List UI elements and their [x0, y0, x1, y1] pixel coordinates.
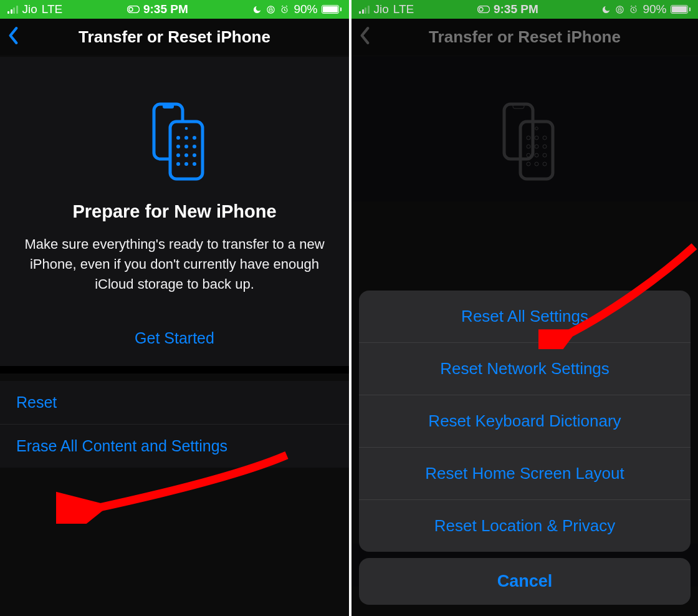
alarm-icon — [280, 5, 289, 14]
card-body: Make sure everything's ready to transfer… — [19, 234, 330, 294]
reset-network-settings[interactable]: Reset Network Settings — [359, 343, 691, 395]
get-started-link[interactable]: Get Started — [0, 329, 349, 366]
screenshot-right: Jio LTE 9:35 PM 90% Transfer or Reset iP… — [349, 0, 698, 616]
svg-point-10 — [193, 136, 196, 140]
svg-point-11 — [176, 145, 180, 148]
svg-point-17 — [176, 162, 180, 166]
reset-keyboard-dictionary[interactable]: Reset Keyboard Dictionary — [359, 395, 691, 448]
battery-icon — [322, 5, 342, 14]
action-sheet: Reset All Settings Reset Network Setting… — [359, 291, 691, 605]
svg-point-14 — [176, 153, 180, 157]
reset-all-settings[interactable]: Reset All Settings — [359, 291, 691, 343]
svg-point-9 — [184, 136, 188, 140]
transfer-iphone-icon — [140, 100, 209, 184]
vpn-icon — [127, 6, 140, 13]
svg-point-19 — [193, 162, 196, 166]
moon-icon — [252, 5, 262, 14]
battery-percent: 90% — [294, 2, 317, 16]
network-type: LTE — [42, 2, 62, 16]
screenshot-left: Jio LTE 9:35 PM 90% Transfer or Reset iP… — [0, 0, 349, 616]
erase-all-row[interactable]: Erase All Content and Settings — [0, 425, 349, 468]
svg-point-7 — [185, 127, 188, 130]
orientation-lock-icon — [266, 5, 275, 14]
status-bar: Jio LTE 9:35 PM 90% — [0, 0, 349, 19]
svg-rect-6 — [170, 122, 203, 179]
carrier-label: Jio — [22, 2, 37, 16]
reset-row[interactable]: Reset — [0, 381, 349, 425]
prepare-card: Prepare for New iPhone Make sure everyth… — [0, 57, 349, 366]
options-list: Reset Erase All Content and Settings — [0, 381, 349, 468]
reset-location-privacy[interactable]: Reset Location & Privacy — [359, 500, 691, 552]
back-button[interactable] — [7, 26, 20, 47]
cancel-button[interactable]: Cancel — [359, 558, 691, 605]
cell-signal-icon — [7, 5, 18, 14]
clock: 9:35 PM — [143, 2, 188, 16]
reset-home-screen-layout[interactable]: Reset Home Screen Layout — [359, 448, 691, 500]
nav-bar: Transfer or Reset iPhone — [0, 19, 349, 55]
svg-point-15 — [184, 153, 188, 157]
svg-point-13 — [193, 145, 196, 148]
svg-point-12 — [184, 145, 188, 148]
card-title: Prepare for New iPhone — [19, 201, 330, 222]
svg-point-8 — [176, 136, 180, 140]
svg-point-16 — [193, 153, 196, 157]
svg-rect-5 — [163, 104, 174, 108]
svg-point-18 — [184, 162, 188, 166]
page-title: Transfer or Reset iPhone — [79, 27, 270, 47]
svg-point-1 — [129, 7, 133, 11]
